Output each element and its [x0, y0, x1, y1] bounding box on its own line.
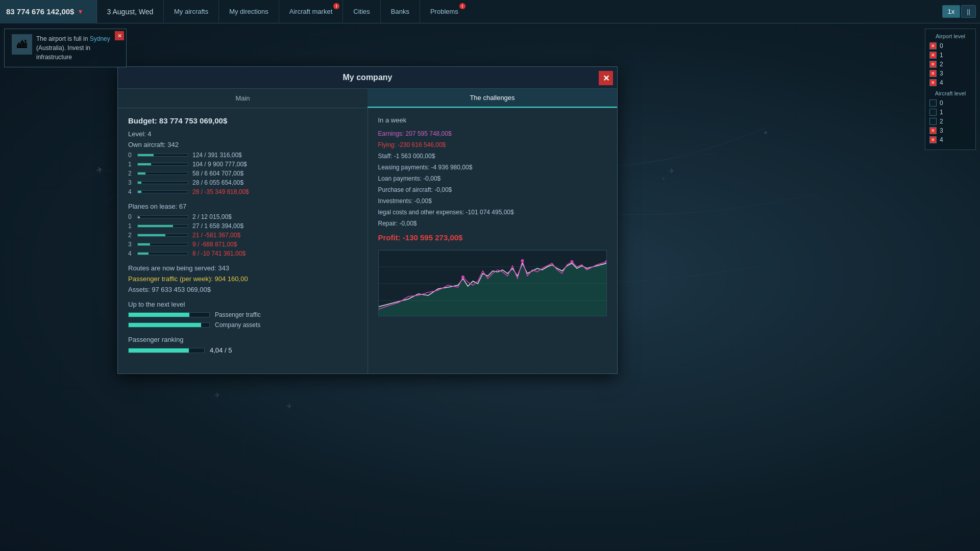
nav-my-directions[interactable]: My directions: [218, 0, 279, 23]
lease-value-0: 2 / 12 015,00$: [192, 213, 232, 220]
notification-icon: 🏙: [12, 34, 32, 55]
aircraft-level-1-checkbox[interactable]: [929, 109, 937, 116]
lease-row-3: 3 9 / -688 871,00$: [128, 241, 357, 248]
nav-banks[interactable]: Banks: [380, 0, 420, 23]
own-aircraft-label: Own aircraft: 342: [128, 141, 357, 148]
airport-level-3[interactable]: 3: [929, 70, 971, 77]
budget-arrow: ▼: [77, 8, 83, 15]
aircraft-level-3[interactable]: 3: [929, 127, 971, 134]
staff-row: Staff: -1 563 000,00$: [378, 153, 607, 160]
notification-popup: 🏙 The airport is full in Sydney (Austral…: [4, 29, 127, 67]
airport-level-3-checkbox[interactable]: [929, 70, 937, 77]
earnings-row: Earnings: 207 595 748,00$: [378, 130, 607, 137]
tab-challenges[interactable]: The challenges: [368, 89, 617, 108]
own-aircraft-row-4: 4 28 / -35 349 818,00$: [128, 188, 357, 195]
lease-bar-2: [137, 234, 188, 237]
date-display: 3 August, Wed: [97, 8, 163, 16]
ranking-value: 4,04 / 5: [210, 346, 232, 354]
modal-header: My company ✕: [118, 67, 617, 89]
aircraft-level-4-checkbox[interactable]: [929, 136, 937, 143]
company-modal: My company ✕ Main The challenges Budget:…: [117, 66, 618, 374]
nav-aircraft-market[interactable]: Aircraft market !: [279, 0, 343, 23]
nav-cities[interactable]: Cities: [342, 0, 380, 23]
own-aircraft-value-1: 104 / 9 900 777,00$: [192, 161, 247, 168]
lease-row-0: 0 2 / 12 015,00$: [128, 213, 357, 220]
airport-level-1-checkbox[interactable]: [929, 52, 937, 59]
week-label: In a week: [378, 116, 607, 124]
own-aircraft-bar-3: [137, 181, 188, 184]
progress-bar-passenger: [128, 312, 210, 317]
notification-text: The airport is full in Sydney (Australia…: [36, 34, 119, 62]
own-aircraft-bar-2: [137, 172, 188, 175]
aircraft-level-0-checkbox[interactable]: [929, 99, 937, 107]
lease-value-4: 8 / -10 741 361,00$: [192, 250, 246, 257]
speed-pause-button[interactable]: ||: [961, 5, 976, 18]
lease-bar-0: [137, 215, 188, 218]
ranking-bar-fill: [129, 348, 189, 353]
airport-level-title: Airport level: [929, 33, 971, 39]
aircraft-level-title: Aircraft level: [929, 90, 971, 96]
level-label: Level: 4: [128, 130, 357, 138]
airport-level-0[interactable]: 0: [929, 42, 971, 49]
svg-text:✈: ✈: [214, 391, 220, 399]
svg-point-24: [570, 260, 573, 263]
leasing-row: Leasing payments: -4 936 980,00$: [378, 164, 607, 171]
budget-amount: 83 774 676 142,00$: [6, 7, 74, 16]
modal-body: Budget: 83 774 753 069,00$ Level: 4 Own …: [118, 108, 617, 373]
notification-close-button[interactable]: ✕: [115, 31, 124, 40]
airport-level-4[interactable]: 4: [929, 79, 971, 86]
aircraft-level-4[interactable]: 4: [929, 136, 971, 143]
progress-title: Up to the next level: [128, 300, 357, 308]
lease-aircraft-table: 0 2 / 12 015,00$ 1 27 / 1 658 394,00$ 2: [128, 213, 357, 257]
svg-text:✈: ✈: [669, 167, 675, 175]
airport-level-panel: Airport level 0 1 2 3 4 Aircraft level 0…: [925, 29, 976, 150]
modal-close-button[interactable]: ✕: [599, 71, 613, 85]
budget-display: 83 774 676 142,00$ ▼: [0, 0, 97, 23]
airport-level-1[interactable]: 1: [929, 52, 971, 59]
own-aircraft-value-0: 124 / 391 316,00$: [192, 152, 242, 159]
own-aircraft-bar-4: [137, 190, 188, 193]
own-aircraft-value-4: 28 / -35 349 818,00$: [192, 188, 249, 195]
speed-1x-button[interactable]: 1x: [942, 5, 961, 18]
lease-bar-1: [137, 224, 188, 228]
aircraft-level-2[interactable]: 2: [929, 118, 971, 125]
svg-point-23: [521, 259, 524, 262]
airport-level-0-checkbox[interactable]: [929, 42, 937, 49]
own-aircraft-value-3: 28 / 6 055 654,00$: [192, 179, 243, 186]
own-aircraft-row-2: 2 58 / 6 604 707,00$: [128, 170, 357, 177]
repair-row: Repair: -0,00$: [378, 220, 607, 227]
lease-row-4: 4 8 / -10 741 361,00$: [128, 250, 357, 257]
aircraft-level-0[interactable]: 0: [929, 99, 971, 107]
airport-level-4-checkbox[interactable]: [929, 79, 937, 86]
ranking-bar: [128, 348, 205, 353]
tab-main[interactable]: Main: [118, 89, 368, 108]
progress-label-passenger: Passenger traffic: [215, 311, 261, 318]
planes-on-lease-label: Planes on lease: 67: [128, 203, 357, 210]
nav-problems[interactable]: Problems !: [420, 0, 469, 23]
assets-label: Assets: 97 633 453 069,00$: [128, 286, 357, 293]
aircraft-level-2-checkbox[interactable]: [929, 118, 937, 125]
investments-row: Investments: -0,00$: [378, 197, 607, 205]
ranking-section: Passenger ranking 4,04 / 5: [128, 336, 357, 354]
progress-label-assets: Company assets: [215, 321, 260, 329]
purchase-row: Purchase of aircraft: -0,00$: [378, 186, 607, 193]
airport-level-2[interactable]: 2: [929, 61, 971, 68]
flying-row: Flying: -230 616 546,00$: [378, 141, 607, 148]
nav-my-aircrafts[interactable]: My aircrafts: [163, 0, 218, 23]
passenger-traffic-label: Passenger traffic (per week): 904 160,00: [128, 275, 357, 283]
aircraft-level-1[interactable]: 1: [929, 109, 971, 116]
own-aircraft-row-1: 1 104 / 9 900 777,00$: [128, 161, 357, 168]
svg-point-12: [764, 131, 767, 134]
profit-chart: [378, 250, 607, 316]
modal-title: My company: [343, 73, 393, 82]
lease-row-2: 2 21 / -581 367,00$: [128, 232, 357, 239]
ranking-title: Passenger ranking: [128, 336, 357, 343]
modal-tabs: Main The challenges: [118, 89, 617, 108]
lease-row-1: 1 27 / 1 658 394,00$: [128, 222, 357, 230]
progress-bar-assets: [128, 322, 210, 328]
airport-level-2-checkbox[interactable]: [929, 61, 937, 68]
own-aircraft-value-2: 58 / 6 604 707,00$: [192, 170, 243, 177]
aircraft-level-3-checkbox[interactable]: [929, 127, 937, 134]
lease-value-1: 27 / 1 658 394,00$: [192, 222, 243, 230]
own-aircraft-row-3: 3 28 / 6 055 654,00$: [128, 179, 357, 186]
